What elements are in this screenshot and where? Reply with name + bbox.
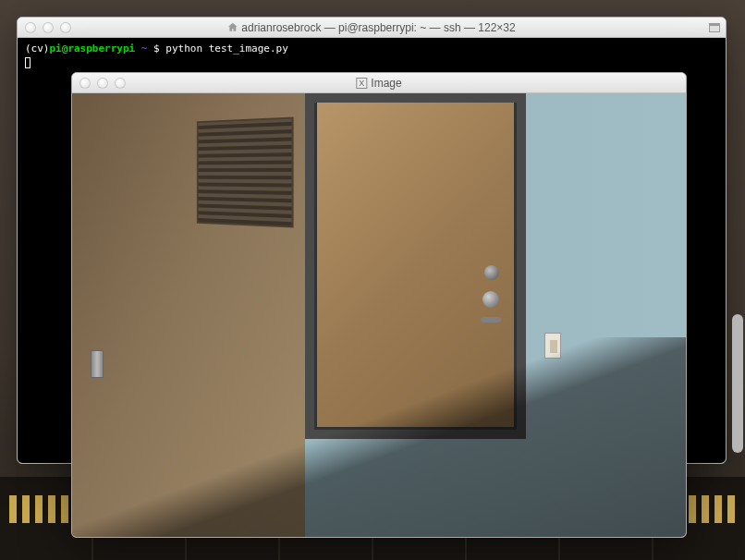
prompt-host: raspberrypi bbox=[67, 43, 135, 55]
prompt-path: ~ bbox=[135, 43, 153, 55]
home-icon bbox=[227, 22, 238, 32]
close-button[interactable] bbox=[25, 22, 36, 33]
image-minimize-button[interactable] bbox=[97, 78, 108, 89]
prompt-user: pi bbox=[50, 43, 62, 55]
cursor-icon bbox=[25, 57, 31, 68]
traffic-lights bbox=[25, 22, 71, 33]
doorknob bbox=[482, 291, 499, 308]
image-traffic-lights bbox=[79, 78, 126, 89]
image-close-button[interactable] bbox=[79, 78, 91, 89]
image-title-text: Image bbox=[371, 77, 401, 90]
shadow-overlay bbox=[72, 337, 686, 537]
terminal-titlebar[interactable]: adrianrosebrock — pi@raspberrypi: ~ — ss… bbox=[18, 18, 726, 38]
zoom-button[interactable] bbox=[60, 22, 71, 33]
maximize-button[interactable] bbox=[709, 23, 720, 32]
image-titlebar[interactable]: X Image bbox=[72, 73, 686, 93]
image-window[interactable]: X Image bbox=[71, 72, 687, 538]
door-handle bbox=[481, 317, 501, 323]
image-content bbox=[72, 93, 686, 537]
terminal-scrollbar[interactable] bbox=[732, 314, 743, 453]
env-name: (cv) bbox=[25, 43, 50, 55]
image-window-title: X Image bbox=[356, 77, 401, 90]
prompt-command: python test_image.py bbox=[165, 43, 287, 55]
air-vent bbox=[197, 116, 294, 227]
minimize-button[interactable] bbox=[43, 22, 54, 33]
prompt-symbol: $ bbox=[153, 43, 165, 55]
x11-icon: X bbox=[356, 78, 367, 89]
deadbolt bbox=[484, 265, 499, 280]
image-zoom-button[interactable] bbox=[115, 78, 126, 89]
terminal-title-text: adrianrosebrock — pi@raspberrypi: ~ — ss… bbox=[241, 21, 515, 34]
terminal-cursor-line bbox=[25, 55, 718, 69]
terminal-title: adrianrosebrock — pi@raspberrypi: ~ — ss… bbox=[227, 21, 515, 34]
terminal-prompt-line: (cv)pi@raspberrypi ~ $ python test_image… bbox=[25, 42, 718, 55]
